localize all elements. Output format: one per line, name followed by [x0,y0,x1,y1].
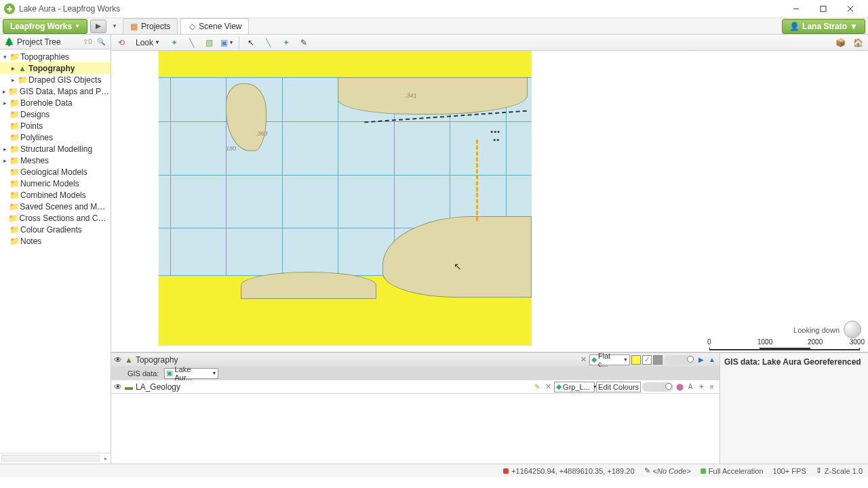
maximize-button[interactable] [810,0,837,18]
text-icon[interactable]: A [686,382,695,392]
color-chip[interactable] [631,355,641,365]
tree-num-models[interactable]: 📁Numeric Models [0,178,111,189]
fps-display: 100+ FPS [773,467,806,475]
pencil-icon: ✎ [300,38,307,47]
edit-tool[interactable]: ✎ [296,36,311,49]
tree-gradients[interactable]: 📁Colour Gradients [0,224,111,235]
tree-topographies[interactable]: ▾📁Topographies [0,51,111,62]
axis-icon: ✦ [171,38,178,47]
tree-meshes[interactable]: ▸📁Meshes [0,155,111,166]
tree-geo-models[interactable]: 📁Geological Models [0,166,111,178]
opacity-slider[interactable] [664,355,695,365]
menu-icon[interactable]: ≡ [707,382,717,392]
slice-button[interactable]: ▧ [202,36,217,49]
view-orientation[interactable] [844,321,861,338]
elev-label: 180. [226,145,238,152]
elev-label: .341 [405,92,417,99]
pointer-icon: ↖ [248,38,254,47]
shape-name: Topography [136,355,178,365]
minimize-button[interactable] [783,0,810,18]
brand-menu[interactable]: Leapfrog Works ▼ [3,19,87,34]
tab-projects[interactable]: ▦ Projects [123,18,178,34]
dropdown-more[interactable]: ▼ [109,22,120,30]
poly-tool[interactable]: ✦ [279,36,294,49]
zscale-icon: ⇕ [816,466,822,475]
folder-icon: 📁 [9,191,19,199]
close-button[interactable] [837,0,864,18]
tree-designs[interactable]: 📁Designs [0,108,111,120]
code-display[interactable]: ✎<No Code> [644,466,691,475]
home-button[interactable]: 🏠 [850,36,865,49]
pencil-icon[interactable]: ✎ [532,382,542,392]
gis-data-row[interactable]: GIS data: ▣Lake Aur...▼ [111,367,719,380]
tree-cross[interactable]: 📁Cross Sections and Contours [0,212,111,224]
project-tree[interactable]: ▾📁Topographies ▸▲Topography ▸📁Draped GIS… [0,49,111,453]
accel-display: Full Acceleration [701,467,764,475]
opacity-slider[interactable] [642,382,673,392]
tag-icon[interactable]: ⬤ [675,382,684,392]
look-dropdown[interactable]: Look▼ [132,37,164,49]
tree-points[interactable]: 📁Points [0,120,111,131]
mesh-icon: ▲ [18,64,27,73]
tab-scene-view[interactable]: ◇ Scene View [180,18,249,34]
folder-icon: 📁 [9,168,19,176]
tree-draped-gis[interactable]: ▸📁Draped GIS Objects [0,74,111,85]
tree-notes[interactable]: 📁Notes [0,235,111,247]
tree-topography[interactable]: ▸▲Topography [0,62,111,74]
ruler-button[interactable]: ╲ [184,36,199,49]
scene-viewport[interactable]: .363 .341 180. ▪▪▪ ▪▪ ↖ Looking down 0 1… [111,51,868,352]
remove-button[interactable]: ✕ [578,355,588,365]
tree-icon: 🌲 [4,37,14,47]
light-icon[interactable]: ☀ [696,382,706,392]
gray-chip[interactable] [653,355,663,365]
sidebar-scrollbar[interactable]: ▸ [0,453,111,464]
tree-scenes[interactable]: 📁Saved Scenes and Movies [0,201,111,212]
folder-icon: 📁 [9,99,19,107]
refresh-icon: ⟲ [118,38,125,47]
up-icon[interactable]: ▲ [707,355,717,365]
pin-icon[interactable]: ⇧0 [82,37,93,47]
tree-combined[interactable]: 📁Combined Models [0,189,111,201]
search-icon[interactable]: 🔍 [96,37,106,47]
snapshot-button[interactable]: 📦 [833,36,848,49]
chevron-down-icon: ▼ [850,22,858,31]
folder-icon: 📁 [9,157,19,165]
tree-gis-data[interactable]: ▸📁GIS Data, Maps and Photos [0,85,111,97]
folder-icon: 📁 [9,180,19,188]
box-dropdown[interactable]: ▣▼ [220,36,235,49]
axis-button[interactable]: ✦ [167,36,182,49]
group-select[interactable]: ◆Grp_L...▼ [554,382,595,392]
zscale-control[interactable]: ⇕Z-Scale 1.0 [816,466,863,475]
play-icon[interactable]: ▶ [696,355,706,365]
tree-borehole[interactable]: ▸📁Borehole Data [0,97,111,108]
folder-icon: 📁 [18,76,27,84]
svg-rect-1 [821,6,826,12]
detail-panel: GIS data: Lake Aura Georeferenced [720,353,868,464]
select-tool[interactable]: ↖ [243,36,258,49]
checkbox[interactable]: ✓ [642,355,652,365]
window-title: Lake Aura - Leapfrog Works [19,4,783,14]
folder-icon: 📁 [9,53,19,61]
slice-icon: ▧ [205,38,213,47]
play-button[interactable] [90,20,106,33]
color-mode-select[interactable]: ◆Flat c...▼ [589,354,630,365]
tree-polylines[interactable]: 📁Polylines [0,131,111,143]
user-menu[interactable]: 👤 Lana Strato ▼ [782,19,865,34]
folder-icon: 📁 [9,226,19,234]
eye-icon[interactable]: 👁 [114,355,122,365]
line-tool[interactable]: ╲ [261,36,276,49]
eye-icon[interactable]: 👁 [114,382,122,392]
scene-toolbar: ⟲ Look▼ ✦ ╲ ▧ ▣▼ ↖ ╲ ✦ ✎ 📦 🏠 [111,35,868,51]
refresh-button[interactable]: ⟲ [114,36,129,49]
folder-icon: 📁 [9,203,18,211]
shape-list-la-geology[interactable]: 👁 ▬ LA_Geology ✎ ✕ ◆Grp_L...▼ Edit Colou… [111,380,719,394]
detail-label: GIS data: [724,357,760,367]
detail-value: Lake Aura Georeferenced [762,357,861,367]
folder-icon: 📁 [8,214,18,222]
points-cluster: ▪▪▪ ▪▪ [491,127,501,144]
folder-icon: 📁 [9,122,19,130]
gis-select[interactable]: ▣Lake Aur...▼ [164,368,218,379]
remove-button[interactable]: ✕ [543,382,553,392]
tree-structural[interactable]: ▸📁Structural Modelling [0,143,111,155]
edit-colours-button[interactable]: Edit Colours [596,382,641,392]
